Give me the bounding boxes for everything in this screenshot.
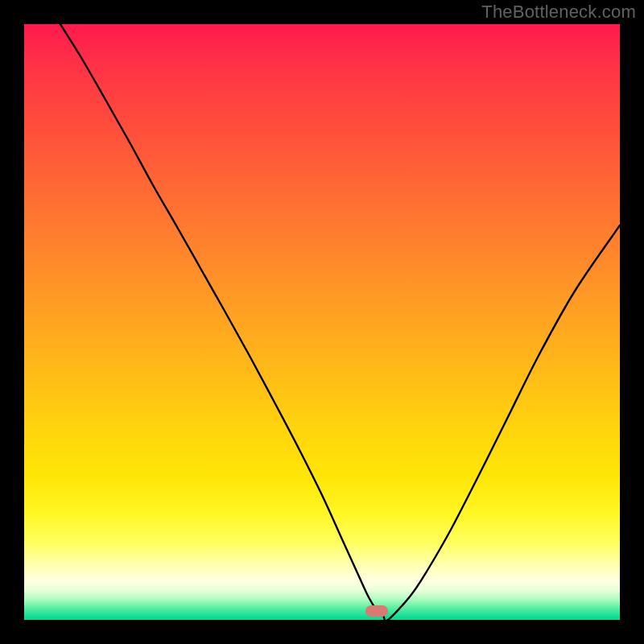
watermark-text: TheBottleneck.com bbox=[481, 2, 636, 23]
chart-frame: TheBottleneck.com bbox=[0, 0, 644, 644]
plot-area bbox=[24, 24, 620, 620]
chart-svg bbox=[24, 24, 620, 620]
bottleneck-curve-path bbox=[60, 24, 620, 620]
minimum-marker bbox=[365, 605, 388, 617]
